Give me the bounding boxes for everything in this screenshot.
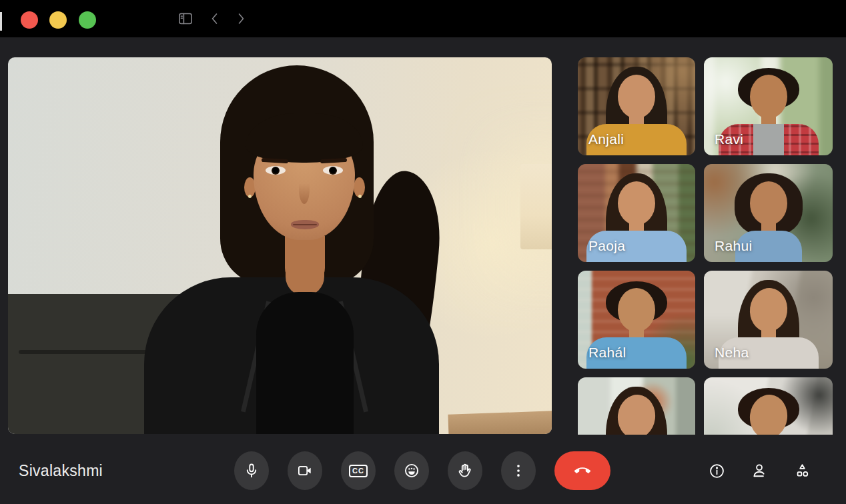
participant-name: Rahál xyxy=(588,345,626,361)
forward-button[interactable] xyxy=(233,11,249,27)
participant-name: Anjali xyxy=(588,131,624,147)
end-call-button[interactable] xyxy=(554,451,610,490)
participant-tile[interactable]: Rahál xyxy=(578,271,695,369)
activities-button[interactable] xyxy=(793,453,811,489)
main-video-tile[interactable] xyxy=(8,57,552,434)
kebab-icon xyxy=(510,462,527,479)
reactions-button[interactable] xyxy=(394,451,429,490)
captions-button[interactable]: CC xyxy=(341,451,376,490)
sidebar-toggle-icon xyxy=(177,11,193,27)
controls-right xyxy=(707,453,811,489)
camera-icon xyxy=(296,462,314,479)
participant-name: Rahui xyxy=(715,238,752,254)
participants-grid: Anjali Ravi Paoja Rahui xyxy=(578,57,833,435)
activities-icon xyxy=(793,462,811,480)
camera-button[interactable] xyxy=(288,451,322,490)
app-window: Anjali Ravi Paoja Rahui xyxy=(0,0,846,504)
participant-tile[interactable]: Paoja xyxy=(578,164,695,262)
participant-avatar xyxy=(704,377,833,435)
chevron-left-icon xyxy=(207,11,223,27)
zoom-window-button[interactable] xyxy=(79,11,96,29)
participant-name: Neha xyxy=(715,345,749,361)
minimize-window-button[interactable] xyxy=(49,11,67,29)
hand-icon xyxy=(456,462,474,479)
participant-name: Paoja xyxy=(588,238,625,254)
raise-hand-button[interactable] xyxy=(448,451,482,490)
participant-avatar xyxy=(578,377,695,435)
captions-icon: CC xyxy=(349,465,368,477)
people-icon xyxy=(751,462,769,480)
participant-tile[interactable] xyxy=(704,377,833,435)
back-button[interactable] xyxy=(207,11,223,27)
chevron-right-icon xyxy=(233,11,249,27)
participant-tile[interactable]: Anjali xyxy=(578,57,695,155)
participant-tile[interactable]: Ravi xyxy=(704,57,833,155)
lamp xyxy=(520,164,552,249)
participant-tile[interactable] xyxy=(578,377,695,435)
people-button[interactable] xyxy=(750,453,769,489)
titlebar xyxy=(0,0,846,37)
info-icon xyxy=(708,462,726,480)
microphone-icon xyxy=(243,462,260,479)
sidebar-toggle-button[interactable] xyxy=(177,11,193,27)
meeting-content: Anjali Ravi Paoja Rahui xyxy=(0,37,846,504)
wood-shelf xyxy=(448,411,552,434)
participant-name: Ravi xyxy=(715,131,743,147)
participant-tile[interactable]: Neha xyxy=(704,271,833,369)
controls-center: CC xyxy=(234,451,610,490)
close-window-button[interactable] xyxy=(21,11,38,29)
participant-tile[interactable]: Rahui xyxy=(704,164,833,262)
screen-edge-artifact xyxy=(0,12,2,31)
local-user-name: Sivalakshmi xyxy=(19,462,103,480)
phone-hangup-icon xyxy=(574,462,591,479)
meeting-details-button[interactable] xyxy=(707,453,726,489)
mic-button[interactable] xyxy=(234,451,269,490)
smiley-icon xyxy=(403,462,420,479)
more-options-button[interactable] xyxy=(501,451,536,490)
